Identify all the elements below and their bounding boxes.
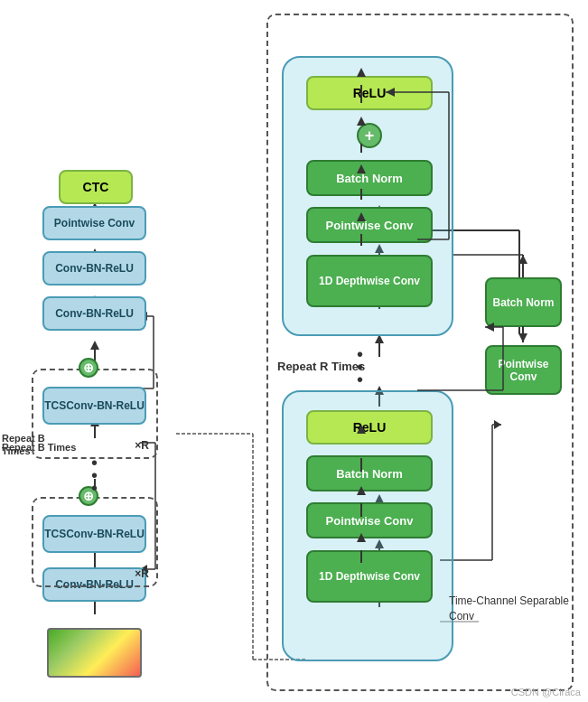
pointwise-conv-left: Pointwise Conv [42, 206, 146, 240]
svg-marker-73 [518, 255, 527, 264]
conv-bn-relu-1: Conv-BN-ReLU [42, 296, 146, 331]
repeat-r-bottom: ×R [135, 567, 149, 580]
repeat-r-times-label: Repeat R Times [277, 359, 365, 375]
watermark: CSDN @Ciraca [511, 687, 581, 697]
dots-left: ••• [91, 456, 98, 494]
svg-marker-71 [518, 333, 527, 342]
pointwise-conv-right-side: Pointwise Conv [485, 345, 562, 395]
plus-circle-right-top: + [357, 123, 382, 148]
depthwise-conv-top-right: 1D Depthwise Conv [306, 255, 433, 307]
batch-norm-top-right: Batch Norm [306, 160, 433, 196]
tcs-conv-bn-relu-bottom: TCSConv-BN-ReLU [42, 515, 146, 553]
relu-top: ReLU [306, 76, 433, 110]
relu-bottom: ReLU [306, 410, 433, 445]
diagram-container: Conv-BN-ReLU TCSConv-BN-ReLU ×R ⊕ Repeat… [0, 0, 588, 702]
conv-bn-relu-2: Conv-BN-ReLU [42, 251, 146, 285]
teal-bottom-block: ReLU Batch Norm Pointwise Conv 1D Depthw… [282, 390, 453, 661]
teal-top-block: ReLU + Batch Norm Pointwise Conv 1D Dept… [282, 56, 453, 336]
tcs-block-top: TCSConv-BN-ReLU ×R ⊕ [32, 369, 158, 459]
batch-norm-right-side: Batch Norm [485, 277, 562, 327]
repeat-b-times-display: Repeat BTimes [2, 432, 45, 458]
ctc-box: CTC [59, 170, 133, 204]
input-image [47, 628, 142, 678]
tcs-conv-bn-relu-top: TCSConv-BN-ReLU [42, 387, 146, 425]
time-channel-label: Time-Channel Separable Conv [449, 594, 572, 624]
repeat-r-top: ×R [135, 439, 149, 452]
plus-circle-top: ⊕ [79, 358, 98, 378]
svg-marker-8 [90, 341, 99, 350]
tcs-block-bottom: TCSConv-BN-ReLU ×R ⊕ [32, 497, 158, 587]
depthwise-conv-bottom-right: 1D Depthwise Conv [306, 550, 433, 603]
dots-right: ••• [357, 348, 363, 386]
pointwise-conv-top-right: Pointwise Conv [306, 207, 433, 243]
pointwise-conv-bottom-right: Pointwise Conv [306, 502, 433, 538]
right-dashed-container: ReLU + Batch Norm Pointwise Conv 1D Dept… [266, 14, 574, 691]
batch-norm-bottom-right: Batch Norm [306, 455, 433, 491]
